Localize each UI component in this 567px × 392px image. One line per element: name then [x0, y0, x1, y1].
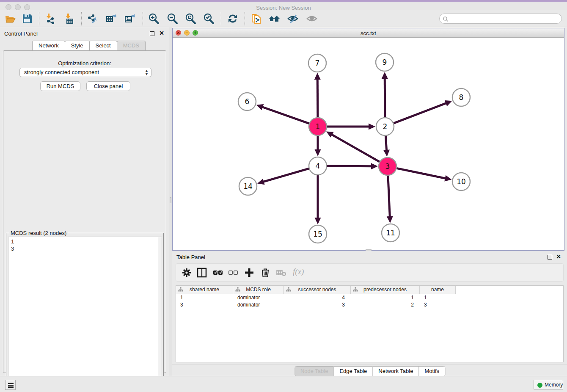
float-panel-icon[interactable]: [548, 255, 552, 259]
tab-network[interactable]: Network: [32, 41, 65, 50]
scrollbar[interactable]: [158, 237, 162, 392]
clone-network-icon[interactable]: [250, 13, 262, 25]
hide-selected-icon[interactable]: [287, 13, 299, 25]
edge-2-9[interactable]: [385, 77, 385, 119]
control-panel: Control Panel ✕ NetworkStyleSelectMCDS O…: [0, 27, 169, 376]
optimization-criterion-select[interactable]: strongly connected component ▲▼: [19, 68, 151, 77]
edge-arrow-icon: [369, 124, 375, 130]
table-cell[interactable]: dominator: [233, 294, 284, 301]
mcds-result-list[interactable]: 13: [8, 237, 162, 392]
table-cell[interactable]: 4: [284, 294, 351, 301]
edge-1-6[interactable]: [261, 107, 310, 124]
tab-node-table[interactable]: Node Table: [295, 366, 334, 376]
tab-select[interactable]: Select: [89, 41, 117, 50]
network-window-titlebar[interactable]: ✕ − + scc.txt: [173, 28, 564, 38]
open-session-icon[interactable]: [4, 13, 16, 25]
delete-table-icon[interactable]: [276, 267, 287, 278]
network-canvas[interactable]: 7968124314101511: [173, 38, 564, 250]
table-panel-title: Table Panel: [176, 254, 205, 260]
select-all-icon[interactable]: [212, 267, 223, 278]
table-cell[interactable]: 2: [351, 301, 420, 309]
edge-2-3[interactable]: [385, 135, 386, 151]
splitter-handle[interactable]: [170, 197, 171, 203]
zoom-selected-icon[interactable]: [203, 13, 215, 25]
refresh-icon[interactable]: [227, 13, 239, 25]
tab-style[interactable]: Style: [65, 41, 90, 50]
window-titlebar: Session: New Session: [0, 2, 567, 10]
show-all-icon[interactable]: [306, 13, 318, 25]
toolbar-separator: [143, 12, 143, 25]
table-toolbar: f(x): [176, 263, 564, 282]
panel-splitter[interactable]: [169, 27, 172, 376]
table-cell[interactable]: dominator: [233, 301, 284, 309]
table-cell[interactable]: 3: [284, 301, 351, 309]
deselect-all-icon[interactable]: [228, 267, 239, 278]
tab-mcds[interactable]: MCDS: [117, 41, 146, 50]
edge-arrow-icon: [257, 179, 264, 185]
close-panel-button[interactable]: Close panel: [86, 81, 130, 91]
edge-1-7[interactable]: [317, 78, 318, 119]
graph-node-label: 7: [315, 59, 320, 67]
column-header-successor-nodes[interactable]: successor nodes: [284, 286, 351, 294]
mcds-tab-content: Optimization criterion: strongly connect…: [3, 50, 166, 373]
menu-list-icon[interactable]: [5, 380, 16, 390]
export-table-icon[interactable]: [105, 13, 117, 25]
close-panel-icon[interactable]: ✕: [159, 30, 164, 36]
edge-arrow-icon: [371, 163, 378, 169]
tab-motifs[interactable]: Motifs: [418, 366, 445, 376]
home-icon[interactable]: [268, 13, 280, 25]
edge-4-14[interactable]: [263, 168, 310, 182]
edge-arrow-icon: [444, 175, 451, 182]
main-toolbar: [0, 10, 567, 27]
edge-arrow-icon: [256, 104, 264, 110]
edge-arrow-icon: [383, 150, 390, 157]
control-panel-title: Control Panel: [4, 30, 38, 37]
column-header-MCDS-role[interactable]: MCDS role: [233, 286, 284, 294]
edge-3-11[interactable]: [388, 174, 390, 218]
zoom-in-icon[interactable]: [148, 13, 160, 25]
add-icon[interactable]: [244, 267, 255, 278]
import-table-icon[interactable]: [63, 13, 75, 25]
edge-4-3[interactable]: [326, 166, 372, 166]
edge-3-10[interactable]: [396, 168, 446, 179]
search-icon: [443, 16, 449, 22]
tab-network-table[interactable]: Network Table: [372, 366, 419, 376]
table-cell[interactable]: 1: [176, 294, 233, 301]
table-cell[interactable]: 1: [420, 294, 456, 301]
table-cell[interactable]: 3: [420, 301, 456, 309]
table-row[interactable]: 3dominator323: [176, 301, 563, 309]
edge-arrow-icon: [314, 73, 321, 80]
table-row[interactable]: 1dominator411: [176, 294, 563, 301]
edge-2-8[interactable]: [393, 103, 447, 124]
float-panel-icon[interactable]: [150, 31, 154, 36]
split-view-icon[interactable]: [196, 267, 207, 278]
column-header-shared-name[interactable]: shared name: [176, 286, 233, 294]
graph-node-label: 3: [385, 162, 390, 171]
zoom-fit-icon[interactable]: [184, 13, 196, 25]
column-header-predecessor-nodes[interactable]: predecessor nodes: [351, 286, 420, 294]
edge-arrow-icon: [315, 218, 321, 224]
import-network-icon[interactable]: [44, 13, 56, 25]
table-cell[interactable]: 1: [351, 294, 420, 301]
dropdown-value: strongly connected component: [24, 69, 99, 75]
save-session-icon[interactable]: [21, 13, 33, 25]
function-builder-icon[interactable]: f(x): [293, 267, 304, 276]
close-panel-icon[interactable]: ✕: [556, 253, 561, 260]
export-network-icon[interactable]: [86, 13, 98, 25]
export-image-icon[interactable]: [124, 13, 135, 25]
tab-edge-table[interactable]: Edge Table: [333, 366, 373, 376]
search-input[interactable]: [439, 14, 562, 24]
edge-3-1[interactable]: [331, 134, 380, 163]
table-cell[interactable]: 3: [176, 301, 233, 309]
toolbar-separator: [221, 12, 221, 25]
memory-button[interactable]: Memory: [534, 380, 563, 390]
gear-icon[interactable]: [181, 267, 192, 278]
run-mcds-button[interactable]: Run MCDS: [40, 81, 80, 91]
graph-node-label: 9: [383, 58, 387, 66]
delete-icon[interactable]: [260, 267, 271, 278]
graph-node-label: 6: [245, 97, 250, 106]
zoom-out-icon[interactable]: [166, 13, 178, 25]
column-header-name[interactable]: name: [420, 286, 456, 294]
mcds-result-item[interactable]: 1: [11, 238, 162, 245]
mcds-result-item[interactable]: 3: [11, 245, 162, 252]
